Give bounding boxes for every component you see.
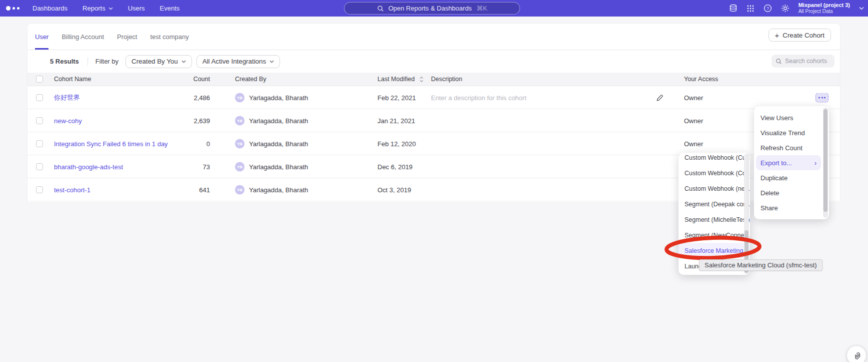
avatar: YB [235,185,244,194]
cohort-count: 0 [148,140,210,147]
cohort-name-link[interactable]: 你好世界 [54,93,80,102]
last-modified-date: Oct 3, 2019 [378,186,411,193]
link-icon [850,349,862,361]
tab-user[interactable]: User [35,24,48,50]
row-actions-button[interactable] [816,93,828,102]
export-destination-item[interactable]: Segment (NewConnec... [678,227,750,243]
access-level: Owner [684,94,703,101]
submenu-arrow-icon: › [814,159,816,167]
access-level: Owner [684,140,703,147]
export-submenu-items: Custom Webhook (Cu...Custom Webhook (Co.… [678,153,750,274]
global-search-placeholder: Open Reports & Dashboards [388,5,472,12]
export-destination-item[interactable]: Segment (MichelleTest) [678,212,750,227]
cohort-name-link[interactable]: test-cohort-1 [54,186,90,193]
global-search-bar[interactable]: Open Reports & Dashboards ⌘K [344,2,520,15]
search-icon [377,5,384,12]
cohort-name-link[interactable]: new-cohy [54,117,82,124]
search-shortcut: ⌘K [476,5,488,12]
cohort-search[interactable] [772,55,834,68]
row-checkbox[interactable] [36,94,43,101]
nav-link-label: Events [160,5,180,12]
cohort-count: 641 [148,186,210,193]
table-header: Cohort Name Count Created By Last Modifi… [28,73,840,86]
nav-link-events[interactable]: Events [160,5,180,12]
table-row[interactable]: new-cohy2,639YBYarlagadda, BharathJan 21… [28,109,840,132]
project-scope: All Project Data [798,9,850,15]
cohort-count: 2,639 [148,117,210,124]
nav-link-reports[interactable]: Reports [82,5,113,12]
export-destination-item[interactable]: Custom Webhook (Co... [678,165,750,181]
export-destination-item[interactable]: Segment (Deepak con... [678,196,750,212]
menu-item-share[interactable]: Share [754,200,829,215]
created-by-name: Yarlagadda, Bharath [249,163,308,170]
access-level: Owner [684,117,703,124]
menu-item-label: Refresh Count [760,144,802,152]
menu-item-label: Share [760,204,778,212]
avatar: YB [235,116,244,125]
last-modified-date: Feb 22, 2021 [378,94,416,101]
export-destination-item[interactable]: Custom Webhook (ne... [678,181,750,196]
help-icon[interactable]: ? [764,4,772,13]
apps-grid-icon[interactable] [746,5,754,13]
created-by-filter-button[interactable]: Created By You [126,55,192,68]
row-checkbox[interactable] [36,186,43,193]
logo-dot [17,7,20,10]
tab-project[interactable]: Project [117,24,137,50]
row-checkbox[interactable] [36,163,43,170]
navbar-right: ? Mixpanel (project 3) All Project Data [729,0,864,17]
mixpanel-logo[interactable] [6,6,20,11]
menu-item-refresh-count[interactable]: Refresh Count [754,140,829,155]
row-checkbox[interactable] [36,140,43,147]
cohorts-toolbar: 5 Results Filter by Created By You All A… [28,50,840,73]
nav-link-dashboards[interactable]: Dashboards [32,5,68,12]
integrations-filter-label: All Active Integrations [202,58,266,65]
col-your-access: Your Access [684,76,718,83]
select-all-checkbox[interactable] [36,76,43,83]
export-submenu: Custom Webhook (Cu...Custom Webhook (Co.… [678,153,750,275]
menu-item-delete[interactable]: Delete [754,185,829,200]
cohort-count: 2,486 [148,94,210,101]
export-destination-item[interactable]: Salesforce Marketing C... [678,243,750,258]
cohort-search-input[interactable] [785,58,830,65]
table-row[interactable]: Integration Sync Failed 6 times in 1 day… [28,132,840,155]
menu-scrollbar-thumb[interactable] [824,109,828,212]
divider [88,58,88,66]
sort-icon [420,77,424,82]
row-checkbox[interactable] [36,117,43,124]
menu-item-duplicate[interactable]: Duplicate [754,170,829,185]
col-last-modified[interactable]: Last Modified [378,76,424,83]
menu-item-export-to[interactable]: Export to...› [756,155,821,170]
nav-link-label: Reports [82,5,106,12]
create-cohort-button[interactable]: + Create Cohort [768,29,831,42]
menu-item-label: Visualize Trend [760,129,805,137]
chevron-down-icon [108,7,113,10]
menu-item-visualize-trend[interactable]: Visualize Trend [754,125,829,140]
tab-billing-account[interactable]: Billing Account [62,24,104,50]
create-cohort-label: Create Cohort [782,32,824,39]
last-modified-date: Jan 21, 2021 [378,117,415,124]
created-by-name: Yarlagadda, Bharath [249,140,308,147]
integrations-filter-button[interactable]: All Active Integrations [196,55,280,68]
menu-item-label: Duplicate [760,174,788,182]
table-row[interactable]: 你好世界2,486YBYarlagadda, BharathFeb 22, 20… [28,86,840,109]
context-menu-items: View UsersVisualize TrendRefresh CountEx… [754,110,829,215]
menu-item-view-users[interactable]: View Users [754,110,829,125]
export-destination-item[interactable]: Custom Webhook (Cu... [678,153,750,165]
settings-gear-icon[interactable] [781,4,790,13]
col-description: Description [431,76,462,83]
cohort-context-menu: View UsersVisualize TrendRefresh CountEx… [754,106,829,219]
share-link-fab[interactable] [847,346,866,362]
nav-link-users[interactable]: Users [128,5,145,12]
data-management-icon[interactable] [729,4,738,13]
project-selector[interactable]: Mixpanel (project 3) All Project Data [798,2,850,15]
description-placeholder[interactable]: Enter a description for this cohort [431,94,526,101]
tab-test-company[interactable]: test company [150,24,188,50]
col-created-by: Created By [235,76,266,83]
menu-item-label: Export to... [760,159,792,167]
cohorts-page: DashboardsReportsUsersEvents Open Report… [0,0,868,362]
avatar: YB [235,93,244,102]
cohort-name-link[interactable]: bharath-google-ads-test [54,163,123,170]
edit-description-pencil-icon[interactable] [656,94,664,102]
col-count: Count [148,76,210,83]
plus-icon: + [775,31,780,40]
